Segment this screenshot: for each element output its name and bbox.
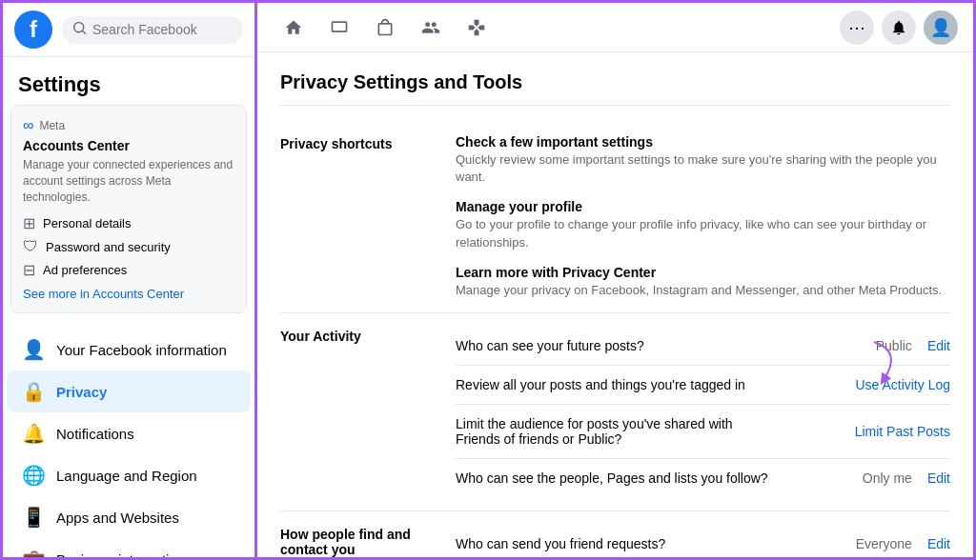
apps-websites-icon: 📱 [22,506,45,529]
sidebar-item-business[interactable]: 💼 Business integrations [7,538,251,560]
accounts-center-desc: Manage your connected experiences and ac… [23,157,234,205]
use-activity-log-link[interactable]: Use Activity Log [855,377,950,392]
find-row-0: Who can send you friend requests? Everyo… [456,525,950,557]
grid-menu-button[interactable]: ⋯ [840,10,874,45]
privacy-icon: 🔒 [22,380,45,403]
see-more-link[interactable]: See more in Accounts Center [23,287,234,301]
language-icon: 🌐 [22,464,45,487]
activity-text-3: Who can see the people, Pages and lists … [456,470,836,486]
notifications-icon: 🔔 [22,422,45,445]
business-label: Business integrations [56,551,193,560]
your-activity-section: Your Activity Who can see your future po… [280,313,950,511]
top-nav-icons [273,7,498,49]
your-activity-label: Your Activity [280,327,433,344]
fb-info-icon: 👤 [22,338,45,361]
search-box[interactable] [62,16,243,44]
fb-info-label: Your Facebook information [56,342,227,358]
notifications-button[interactable] [882,10,916,45]
activity-row-0: Who can see your future posts? Public Ed… [456,327,950,366]
activity-row-2: Limit the audience for posts you've shar… [456,405,950,459]
activity-value-0: Public [836,338,912,353]
meta-label: ∞ Meta [23,117,234,134]
how-people-find-content: Who can send you friend requests? Everyo… [456,525,950,557]
home-nav-icon[interactable] [273,7,315,49]
shortcut-item-0: Check a few important settings Quickly r… [456,134,950,186]
shortcut-title-1: Manage your profile [456,199,950,214]
privacy-label: Privacy [56,384,107,400]
notifications-label: Notifications [56,426,134,442]
accounts-center-card: ∞ Meta Accounts Center Manage your conne… [10,105,247,313]
groups-nav-icon[interactable] [410,7,452,49]
shortcut-desc-2: Manage your privacy on Facebook, Instagr… [456,282,950,299]
accounts-center-title: Accounts Center [23,138,234,153]
shortcut-title-0: Check a few important settings [456,134,950,150]
activity-row-1: Review all your posts and things you're … [456,366,950,405]
top-nav-right: ⋯ 👤 [840,10,958,45]
shortcut-item-2: Learn more with Privacy Center Manage yo… [456,265,950,299]
sidebar-item-apps-websites[interactable]: 📱 Apps and Websites [7,496,251,538]
top-nav: ⋯ 👤 [257,3,973,52]
language-label: Language and Region [56,468,197,484]
meta-infinity-icon: ∞ [23,117,33,134]
shortcut-desc-0: Quickly review some important settings t… [456,151,950,186]
business-icon: 💼 [22,548,45,560]
limit-past-posts-link[interactable]: Limit Past Posts [855,424,950,439]
apps-websites-label: Apps and Websites [56,510,179,526]
find-text-0: Who can send you friend requests? [456,536,836,551]
ad-preferences-link[interactable]: ⊟ Ad preferences [23,261,234,279]
sidebar-item-privacy[interactable]: 🔒 Privacy [7,370,251,412]
avatar[interactable]: 👤 [924,10,958,45]
search-input[interactable] [92,22,232,37]
activity-row-3: Who can see the people, Pages and lists … [456,459,950,497]
sidebar-nav: 👤 Your Facebook information 🔒 Privacy 🔔 … [3,329,254,560]
sidebar-header: f [3,3,254,57]
marketplace-nav-icon[interactable] [364,7,406,49]
fb-logo[interactable]: f [14,10,52,49]
sidebar-item-fb-info[interactable]: 👤 Your Facebook information [7,329,251,370]
sidebar: f Settings ∞ Meta Accounts Center Manage… [0,0,257,560]
how-people-find-section: How people find and contact you Who can … [280,511,950,557]
privacy-arrow-annotation [251,377,257,406]
page-title: Privacy Settings and Tools [280,71,950,106]
content-area: Privacy Settings and Tools Privacy short… [257,52,973,557]
sidebar-item-language[interactable]: 🌐 Language and Region [7,454,251,496]
edit-follow-link[interactable]: Edit [927,470,950,486]
personal-details-icon: ⊞ [23,214,35,232]
edit-friend-requests-link[interactable]: Edit [927,536,950,551]
gaming-nav-icon[interactable] [456,7,498,49]
activity-text-2: Limit the audience for posts you've shar… [456,416,763,447]
watch-nav-icon[interactable] [318,7,360,49]
how-people-find-label: How people find and contact you [280,525,433,557]
shortcut-title-2: Learn more with Privacy Center [456,265,950,280]
accounts-center-links: ⊞ Personal details 🛡 Password and securi… [23,214,234,279]
activity-value-3: Only me [836,470,912,486]
password-security-icon: 🛡 [23,238,38,255]
settings-title: Settings [3,57,254,105]
password-security-link[interactable]: 🛡 Password and security [23,238,234,255]
personal-details-link[interactable]: ⊞ Personal details [23,214,234,232]
privacy-shortcuts-content: Check a few important settings Quickly r… [456,134,950,299]
privacy-shortcuts-section: Privacy shortcuts Check a few important … [280,121,950,313]
search-icon [73,22,87,38]
activity-text-1: Review all your posts and things you're … [456,377,763,392]
ad-preferences-icon: ⊟ [23,261,35,279]
shortcut-item-1: Manage your profile Go to your profile t… [456,199,950,250]
find-value-0: Everyone [836,536,912,551]
activity-text-0: Who can see your future posts? [456,338,836,353]
main-content: ⋯ 👤 Privacy Settings and Tools Privacy s… [257,0,976,560]
shortcut-desc-1: Go to your profile to change your profil… [456,216,950,250]
privacy-shortcuts-label: Privacy shortcuts [280,134,433,299]
edit-future-posts-link[interactable]: Edit [927,338,950,353]
your-activity-content: Who can see your future posts? Public Ed… [456,327,950,497]
sidebar-item-notifications[interactable]: 🔔 Notifications [7,412,251,454]
